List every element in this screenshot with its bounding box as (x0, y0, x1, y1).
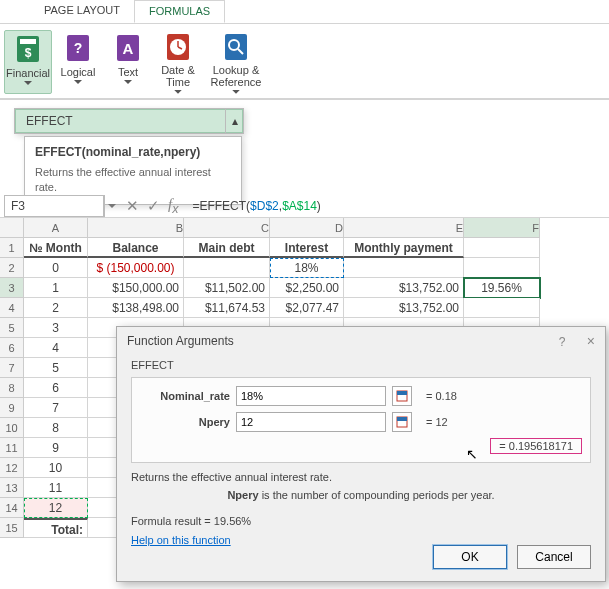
chevron-down-icon (74, 80, 82, 84)
cell[interactable]: 9 (24, 438, 88, 458)
svg-rect-17 (397, 417, 407, 421)
row-header[interactable]: 12 (0, 458, 24, 478)
logical-button[interactable]: ? Logical (54, 30, 102, 94)
name-box-dropdown[interactable] (104, 195, 118, 217)
header-monthly[interactable]: Monthly payment (344, 238, 464, 258)
arg-nominal-label: Nominal_rate (140, 390, 230, 402)
cell[interactable]: 1 (24, 278, 88, 298)
ribbon-tabs: PAGE LAYOUT FORMULAS (0, 0, 609, 24)
dialog-title: Function Arguments (127, 334, 234, 348)
active-cell[interactable]: 19.56% (464, 278, 540, 298)
arg-npery-input[interactable] (236, 412, 386, 432)
formula-result-label: Formula result = (131, 515, 214, 527)
cell[interactable] (464, 238, 540, 258)
text-button[interactable]: A Text (104, 30, 152, 94)
range-picker-icon[interactable] (392, 412, 412, 432)
formula-input[interactable]: =EFFECT($D$2,$A$14) (186, 195, 609, 217)
col-header-c[interactable]: C (184, 218, 270, 238)
accept-formula-icon[interactable]: ✓ (147, 197, 160, 215)
formula-end: ) (317, 199, 321, 213)
cell[interactable] (344, 258, 464, 278)
row-header[interactable]: 10 (0, 418, 24, 438)
cell[interactable]: $2,077.47 (270, 298, 344, 318)
cell[interactable]: $11,502.00 (184, 278, 270, 298)
text-label: Text (118, 66, 138, 78)
fx-icon[interactable]: fx (168, 196, 178, 216)
cell[interactable]: 6 (24, 378, 88, 398)
function-item-effect[interactable]: EFFECT (15, 109, 243, 133)
dialog-help-icon[interactable]: ? (559, 335, 566, 349)
arg-nominal-input[interactable] (236, 386, 386, 406)
header-main-debt[interactable]: Main debt (184, 238, 270, 258)
row-header[interactable]: 5 (0, 318, 24, 338)
cell[interactable]: 5 (24, 358, 88, 378)
total-label[interactable]: Total: (24, 518, 88, 538)
header-balance[interactable]: Balance (88, 238, 184, 258)
name-box[interactable]: F3 (4, 195, 104, 217)
cell[interactable]: $150,000.00 (88, 278, 184, 298)
tab-formulas[interactable]: FORMULAS (134, 0, 225, 23)
cell[interactable]: 8 (24, 418, 88, 438)
cell-balance-initial[interactable]: $ (150,000.00) (88, 258, 184, 278)
header-month[interactable]: № Month (24, 238, 88, 258)
cancel-button[interactable]: Cancel (517, 545, 591, 569)
range-picker-icon[interactable] (392, 386, 412, 406)
dialog-titlebar[interactable]: Function Arguments ? × (117, 327, 605, 355)
row-header[interactable]: 8 (0, 378, 24, 398)
text-icon: A (112, 32, 144, 64)
col-header-b[interactable]: B (88, 218, 184, 238)
row-header[interactable]: 14 (0, 498, 24, 518)
cell[interactable]: 11 (24, 478, 88, 498)
row-header[interactable]: 6 (0, 338, 24, 358)
col-header-d[interactable]: D (270, 218, 344, 238)
row-header[interactable]: 3 (0, 278, 24, 298)
cell[interactable] (464, 298, 540, 318)
cell[interactable]: $13,752.00 (344, 278, 464, 298)
cancel-formula-icon[interactable]: ✕ (126, 197, 139, 215)
tooltip-title: EFFECT(nominal_rate,npery) (35, 145, 231, 159)
cell[interactable] (184, 258, 270, 278)
cell[interactable]: 4 (24, 338, 88, 358)
col-header-e[interactable]: E (344, 218, 464, 238)
row-header[interactable]: 2 (0, 258, 24, 278)
row-header[interactable]: 9 (0, 398, 24, 418)
header-interest[interactable]: Interest (270, 238, 344, 258)
formula-text: =EFFECT( (192, 199, 250, 213)
scroll-up-icon[interactable]: ▴ (225, 109, 243, 133)
financial-label: Financial (6, 67, 50, 79)
select-all-corner[interactable] (0, 218, 24, 238)
ribbon-body: $ Financial ? Logical A Text Date & Time… (0, 24, 609, 100)
function-arguments-dialog: Function Arguments ? × EFFECT Nominal_ra… (116, 326, 606, 582)
function-dropdown: EFFECT ▴ (14, 108, 244, 134)
cell[interactable]: $2,250.00 (270, 278, 344, 298)
row-header[interactable]: 15 (0, 518, 24, 538)
col-header-a[interactable]: A (24, 218, 88, 238)
col-header-f[interactable]: F (464, 218, 540, 238)
cell[interactable]: 3 (24, 318, 88, 338)
cell[interactable] (464, 258, 540, 278)
cell[interactable]: $13,752.00 (344, 298, 464, 318)
cell[interactable]: 2 (24, 298, 88, 318)
row-header[interactable]: 11 (0, 438, 24, 458)
formula-ref2: $A$14 (282, 199, 317, 213)
cell-npery-ref[interactable]: 12 (24, 498, 88, 518)
row-header[interactable]: 4 (0, 298, 24, 318)
row-header[interactable]: 13 (0, 478, 24, 498)
lookup-button[interactable]: Lookup & Reference (204, 30, 268, 94)
function-description: Returns the effective annual interest ra… (131, 471, 591, 483)
row-header[interactable]: 7 (0, 358, 24, 378)
cell[interactable]: 0 (24, 258, 88, 278)
ok-button[interactable]: OK (433, 545, 507, 569)
financial-button[interactable]: $ Financial (4, 30, 52, 94)
cell[interactable]: $11,674.53 (184, 298, 270, 318)
date-time-button[interactable]: Date & Time (154, 30, 202, 94)
help-link[interactable]: Help on this function (131, 534, 231, 546)
row-header[interactable]: 1 (0, 238, 24, 258)
close-icon[interactable]: × (587, 333, 595, 349)
svg-text:$: $ (25, 46, 32, 60)
cell[interactable]: 7 (24, 398, 88, 418)
cell[interactable]: $138,498.00 (88, 298, 184, 318)
cell-interest-rate[interactable]: 18% (270, 258, 344, 278)
tab-page-layout[interactable]: PAGE LAYOUT (30, 0, 134, 23)
cell[interactable]: 10 (24, 458, 88, 478)
